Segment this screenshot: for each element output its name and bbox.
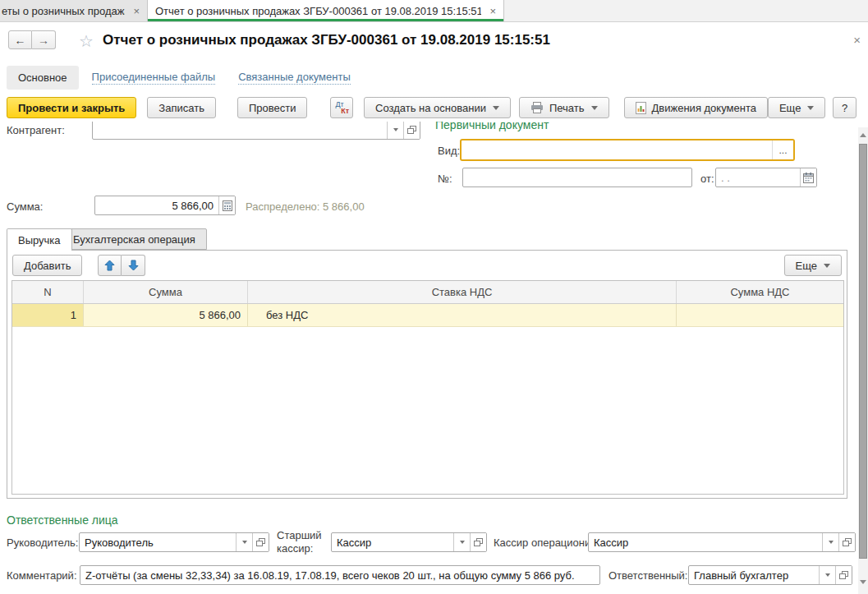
- date-label: от:: [700, 173, 714, 185]
- link-attached-files[interactable]: Присоединенные файлы: [92, 71, 216, 85]
- print-label: Печать: [549, 102, 585, 114]
- kind-choose-button[interactable]: ...: [772, 140, 793, 159]
- add-button[interactable]: Добавить: [12, 255, 82, 276]
- responsible-dropdown-button[interactable]: [819, 566, 835, 584]
- sum-label: Сумма:: [7, 200, 43, 213]
- number-input[interactable]: [463, 168, 691, 186]
- back-arrow-icon: ←: [15, 34, 26, 47]
- window-tab-bar: еты о розничных продажах × Отчет о розни…: [0, 0, 868, 22]
- tab-close-icon[interactable]: ×: [125, 5, 140, 17]
- kind-field[interactable]: ...: [460, 139, 795, 161]
- forward-button[interactable]: →: [32, 30, 56, 49]
- window-tab-reports-list[interactable]: еты о розничных продажах ×: [0, 0, 148, 21]
- kt-label: Кт: [341, 107, 349, 115]
- forward-arrow-icon: →: [38, 34, 49, 47]
- window-close-button[interactable]: ×: [853, 33, 861, 47]
- chevron-down-icon: [807, 106, 814, 110]
- date-calendar-button[interactable]: [800, 168, 816, 186]
- tab-accounting-operation[interactable]: Бухгалтерская операция: [62, 228, 207, 250]
- revenue-panel: Добавить Еще N: [7, 250, 847, 499]
- number-field[interactable]: [462, 168, 692, 187]
- date-field[interactable]: [715, 168, 817, 187]
- sum-calculator-button[interactable]: [218, 196, 235, 214]
- sum-field[interactable]: [94, 196, 236, 215]
- senior-cashier-dropdown-button[interactable]: [453, 533, 470, 551]
- tab-revenue[interactable]: Выручка: [7, 228, 72, 251]
- counterparty-open-button[interactable]: [403, 122, 420, 139]
- column-header-vat-rate[interactable]: Ставка НДС: [248, 281, 677, 303]
- favorite-star-icon[interactable]: ☆: [79, 31, 94, 51]
- print-button[interactable]: Печать: [519, 97, 609, 118]
- move-down-button[interactable]: [122, 255, 145, 276]
- tab-close-icon[interactable]: ×: [481, 5, 496, 17]
- arrow-up-icon: [104, 260, 115, 271]
- comment-label: Комментарий:: [7, 569, 77, 582]
- column-header-sum[interactable]: Сумма: [84, 281, 248, 303]
- manager-input[interactable]: [80, 533, 236, 551]
- cashier-operator-input[interactable]: [589, 533, 822, 551]
- write-button[interactable]: Записать: [147, 97, 216, 118]
- help-button[interactable]: ?: [833, 97, 857, 118]
- responsible-field[interactable]: [688, 565, 852, 585]
- tab-main[interactable]: Основное: [7, 66, 79, 90]
- cashier-operator-open-button[interactable]: [838, 533, 855, 551]
- cell-vat-sum[interactable]: [677, 304, 843, 326]
- comment-input[interactable]: [80, 566, 599, 584]
- manager-field[interactable]: [79, 532, 269, 552]
- window-tab-label: Отчет о розничных продажах ЗГБУ-000361 о…: [155, 5, 481, 17]
- create-on-basis-label: Создать на основании: [375, 102, 486, 114]
- scroll-thumb[interactable]: [859, 144, 867, 559]
- scroll-up-button[interactable]: [860, 133, 866, 137]
- post-and-close-button[interactable]: Провести и закрыть: [7, 97, 136, 118]
- kind-input[interactable]: [462, 140, 772, 159]
- responsible-open-button[interactable]: [835, 566, 852, 584]
- column-header-n[interactable]: N: [12, 281, 84, 303]
- senior-cashier-field[interactable]: [331, 532, 487, 552]
- chevron-down-icon: [393, 128, 398, 131]
- counterparty-dropdown-button[interactable]: [387, 122, 403, 139]
- chevron-down-icon: [242, 541, 247, 544]
- chevron-down-icon: [829, 541, 834, 544]
- number-label: №:: [438, 173, 452, 185]
- responsible-input[interactable]: [689, 566, 819, 584]
- senior-cashier-label: Старший кассир:: [277, 529, 329, 555]
- open-icon: [842, 537, 852, 547]
- back-button[interactable]: ←: [8, 30, 32, 49]
- manager-open-button[interactable]: [252, 533, 269, 551]
- link-linked-documents[interactable]: Связанные документы: [238, 71, 351, 85]
- cell-n[interactable]: 1: [12, 304, 84, 326]
- page-title: Отчет о розничных продажах ЗГБУ-000361 о…: [103, 32, 550, 48]
- move-buttons: [98, 255, 145, 276]
- open-icon: [255, 537, 266, 547]
- post-button[interactable]: Провести: [237, 97, 308, 118]
- cell-vat-rate[interactable]: без НДС: [248, 304, 677, 326]
- more-label: Еще: [779, 102, 801, 114]
- dt-kt-button[interactable]: Дт Кт: [330, 97, 353, 118]
- table-more-button[interactable]: Еще: [784, 255, 842, 276]
- scroll-down-button[interactable]: [860, 580, 866, 584]
- senior-cashier-input[interactable]: [332, 533, 453, 551]
- manager-dropdown-button[interactable]: [236, 533, 252, 551]
- responsible-label: Ответственный:: [609, 569, 687, 582]
- vertical-scrollbar[interactable]: [858, 127, 868, 594]
- counterparty-field[interactable]: [92, 122, 420, 140]
- cashier-operator-field[interactable]: [588, 532, 856, 552]
- document-movements-button[interactable]: Движения документа: [624, 97, 768, 118]
- sum-input[interactable]: [95, 196, 218, 214]
- counterparty-input[interactable]: [93, 122, 387, 139]
- cashier-operator-dropdown-button[interactable]: [822, 533, 838, 551]
- window-tab-document[interactable]: Отчет о розничных продажах ЗГБУ-000361 о…: [148, 0, 504, 21]
- chevron-down-icon: [824, 264, 830, 268]
- cell-sum[interactable]: 5 866,00: [84, 304, 248, 326]
- comment-field[interactable]: [80, 565, 600, 585]
- move-up-button[interactable]: [98, 255, 122, 276]
- senior-cashier-open-button[interactable]: [470, 533, 486, 551]
- app-window: еты о розничных продажах × Отчет о розни…: [0, 0, 868, 594]
- manager-label: Руководитель:: [7, 536, 78, 549]
- table-row[interactable]: 1 5 866,00 без НДС: [12, 304, 843, 327]
- column-header-vat-sum[interactable]: Сумма НДС: [677, 281, 843, 303]
- toolbar-more-button[interactable]: Еще: [768, 97, 825, 118]
- command-toolbar: Провести и закрыть Записать Провести Дт …: [0, 94, 868, 122]
- date-input[interactable]: [716, 168, 800, 186]
- create-on-basis-button[interactable]: Создать на основании: [364, 97, 511, 118]
